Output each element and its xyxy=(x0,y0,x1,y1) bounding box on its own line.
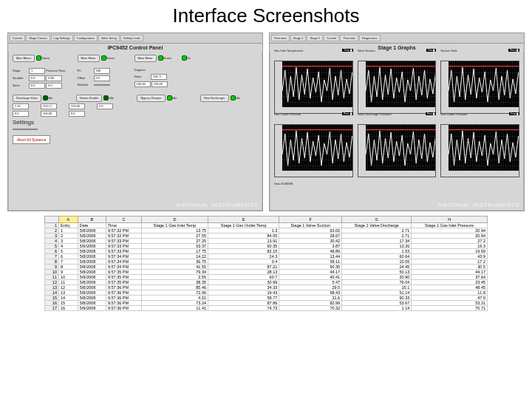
fld-v3[interactable] xyxy=(94,84,110,86)
lbl-deg: Degrees xyxy=(134,68,151,72)
col-G[interactable]: G xyxy=(342,216,412,223)
table-row[interactable]: 12115/8/20089:57:35 PM38.3530.995.4779.0… xyxy=(45,280,488,285)
fld-x2[interactable]: 106.00 xyxy=(41,111,57,117)
gtab-4[interactable]: Thermals xyxy=(340,35,358,41)
hdr-cell-7[interactable]: Stage 1 Gas Inlet Pressure xyxy=(412,223,488,228)
graphs-title: Stage 1 Graphs xyxy=(270,44,524,52)
settings-field[interactable] xyxy=(13,129,38,130)
table-row[interactable]: 11105/9/20089:57:35 PM2.5560.740.4120.90… xyxy=(45,275,488,280)
gtab-1[interactable]: Stage 1 xyxy=(290,35,307,41)
bypass-damper-button[interactable]: Bypass Damper xyxy=(137,95,165,102)
main-motor-button-2[interactable]: Main Motor xyxy=(78,55,100,62)
fld-sp1[interactable]: 256.71 xyxy=(151,74,167,80)
chart-5 xyxy=(440,124,519,177)
fld-sp5[interactable]: 0.0 xyxy=(13,111,29,117)
table-row[interactable]: 655/8/20089:57:33 PM17.7582.1548.891.531… xyxy=(45,249,488,254)
table-row[interactable]: 875/8/20089:57:34 PM36.750.458.1115.0517… xyxy=(45,259,488,265)
gtab-5[interactable]: Diagnostics xyxy=(359,35,381,41)
table-row[interactable]: 16155/8/20089:57:36 PM73.2487.8682.9953.… xyxy=(45,301,488,306)
gtab-0[interactable]: Overview xyxy=(271,35,290,41)
table-row[interactable]: 325/8/20089:57:32 PM27.5584.0528.672.712… xyxy=(45,233,488,239)
col-A[interactable]: A xyxy=(59,216,78,223)
hdr-cell-0[interactable]: Entry xyxy=(59,223,78,228)
graphs-panel-window: Overview Stage 1 Stage 2 Control Thermal… xyxy=(269,33,525,211)
ni-brand: NATIONAL INSTRUMENTS xyxy=(176,202,258,208)
tab-valve[interactable]: Valve Setup xyxy=(98,35,120,41)
hdr-cell-2[interactable]: Time xyxy=(106,223,141,228)
chart-title-0: Gas Inlet Temperature xyxy=(274,49,304,52)
fld-sp4[interactable]: 2.16 xyxy=(13,103,29,109)
fld-x1[interactable]: 256.71 xyxy=(41,103,57,109)
led-d1 xyxy=(43,95,48,100)
chart-title-2: Suction Side xyxy=(440,49,457,52)
tab-config[interactable]: Configuration xyxy=(74,35,98,41)
fld-sp2[interactable]: 106.00 xyxy=(134,81,151,87)
led-2 xyxy=(101,55,106,61)
chart-2 xyxy=(440,61,519,114)
hdr-cell-4[interactable]: Stage 1 Gas Outlet Temp xyxy=(208,223,279,228)
heat-exchanger-button[interactable]: Heat Exchanger xyxy=(200,95,229,102)
led-d2 xyxy=(103,95,109,100)
col-C[interactable]: C xyxy=(106,216,141,223)
chart-legend-1: Flow ▇ xyxy=(426,49,436,52)
col-E[interactable]: E xyxy=(208,216,279,223)
spreadsheet[interactable]: ABCDEFGH 1EntryDateTimeStage 1 Gas Inlet… xyxy=(44,216,488,311)
fld-fc[interactable]: 180 xyxy=(94,68,110,74)
fld-x5[interactable]: 0.0 xyxy=(97,103,113,109)
heater-enable-button[interactable]: Heater Enable xyxy=(76,95,103,102)
discharge-valve-button[interactable]: Discharge Valve xyxy=(13,95,41,102)
fld-stage[interactable]: 1 xyxy=(29,68,45,74)
hdr-cell-5[interactable]: Stage 1 Valve Suction xyxy=(279,223,342,228)
table-row[interactable]: 765/8/20089:57:34 PM14.2224.313.4460.644… xyxy=(45,254,488,259)
hdr-cell-6[interactable]: Stage 1 Valve Discharge xyxy=(342,223,412,228)
tab-curves[interactable]: Stage Curves xyxy=(26,35,50,41)
tab-current[interactable]: Current xyxy=(10,35,25,41)
abort-button[interactable]: Abort All Systems xyxy=(13,135,50,144)
row-hdr-0[interactable]: 1 xyxy=(45,223,59,228)
gtab-2[interactable]: Stage 2 xyxy=(307,35,323,41)
table-row[interactable]: 13125/8/20089:57:36 PM85.4634.3329.515.1… xyxy=(45,285,488,290)
fld-sp3[interactable]: 256.06 xyxy=(151,81,168,87)
settings-heading: Settings xyxy=(13,119,258,126)
fld-x3[interactable]: 256.06 xyxy=(69,103,85,109)
fld-x4[interactable]: 0.0 xyxy=(69,111,85,117)
on-label: On xyxy=(187,56,203,61)
chart-title-3: Gas Outlet Pressure xyxy=(274,112,301,116)
chart-title-4: Valve Discharge Pressure xyxy=(358,112,392,116)
table-row[interactable]: 14135/8/20089:57:36 PM72.0619.4398.4351.… xyxy=(45,290,488,296)
tab-log[interactable]: Log Settings xyxy=(51,35,73,41)
idle-2: Idle xyxy=(109,96,125,100)
status-label: Status xyxy=(41,56,58,61)
col-B[interactable]: B xyxy=(78,216,106,223)
status-label-3: Status xyxy=(163,56,180,61)
col-D[interactable]: D xyxy=(141,216,208,223)
table-row[interactable]: 215/8/20089:57:32 PM13.751.363.022.7120.… xyxy=(45,228,488,233)
fld-v2[interactable]: 0.0 xyxy=(46,83,62,89)
lbl-var: Variable xyxy=(13,76,29,81)
fld-pr[interactable]: 0.86 xyxy=(46,75,62,81)
led-d3 xyxy=(167,95,172,100)
gtab-3[interactable]: Control xyxy=(324,35,339,41)
idle-3: Idle xyxy=(172,96,188,100)
fld-v1[interactable]: 0.0 xyxy=(29,83,45,89)
hdr-cell-3[interactable]: Stage 1 Gas Inlet Temp xyxy=(141,223,208,228)
led-1 xyxy=(36,55,41,61)
led-d4 xyxy=(231,95,236,100)
table-row[interactable]: 435/8/20089:57:33 PM27.2513.9130.4217.34… xyxy=(45,239,488,244)
main-motor-button-1[interactable]: Main Motor xyxy=(13,55,35,62)
table-row[interactable]: 15145/8/20089:57:36 PM4.3158.7721.690.33… xyxy=(45,296,488,301)
table-row[interactable]: 17165/9/20089:57:36 PM11.4174.7370.321.1… xyxy=(45,306,488,311)
main-motor-button-3[interactable]: Main Motor xyxy=(134,55,157,62)
table-row[interactable]: 1095/8/20089:57:35 PM79.3428.1344.1750.1… xyxy=(45,270,488,275)
status-label-2: Status xyxy=(106,56,123,61)
control-panel-title: IPC9452 Control Panel xyxy=(8,44,262,52)
fld-off[interactable]: 0.0 xyxy=(94,75,110,81)
tab-safety[interactable]: Safety Limits xyxy=(120,35,143,41)
ni-brand-2: NATIONAL INSTRUMENTS xyxy=(437,202,519,208)
fld-var[interactable]: 0.0 xyxy=(29,75,45,81)
col-F[interactable]: F xyxy=(279,216,342,223)
hdr-cell-1[interactable]: Date xyxy=(78,223,106,228)
col-H[interactable]: H xyxy=(412,216,488,223)
table-row[interactable]: 985/8/20089:57:34 PM41.5587.2190.3524.45… xyxy=(45,265,488,270)
table-row[interactable]: 545/9/20089:57:33 PM53.3760.353.8713.261… xyxy=(45,244,488,249)
